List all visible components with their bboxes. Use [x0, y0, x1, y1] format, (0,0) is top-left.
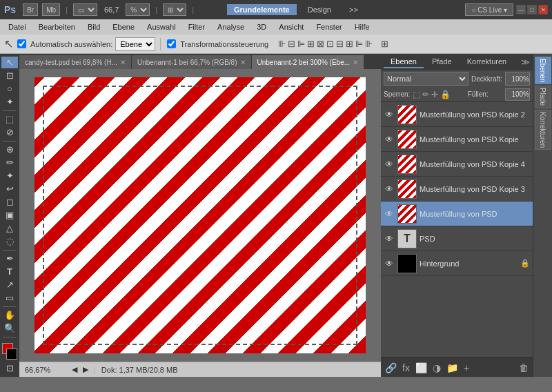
align-icon-8[interactable]: ⊞: [346, 39, 353, 49]
panel-tab-korrekturen[interactable]: Korrekturen: [460, 56, 513, 68]
view-dropdown[interactable]: ⊞: [163, 3, 186, 16]
tool-lasso[interactable]: ○: [1, 83, 18, 95]
far-right-korrekturen[interactable]: Korrekturen: [535, 110, 551, 150]
status-arrow-left[interactable]: ◀: [72, 365, 77, 374]
layer-visibility-toggle[interactable]: 👁: [384, 135, 395, 144]
layer-item[interactable]: 👁 Musterfüllung von PSD Kopie 4: [381, 152, 533, 177]
layer-delete-btn[interactable]: 🗑: [518, 361, 530, 375]
align-icon-9[interactable]: ⊫: [355, 39, 363, 49]
tab-unbenannt2[interactable]: Unbenannt-2 bei 300% (Ebe... ✕: [252, 55, 365, 69]
background-color[interactable]: [6, 349, 17, 360]
auto-select-checkbox[interactable]: [17, 39, 26, 48]
far-right-ebenen[interactable]: Ebenen: [535, 57, 551, 84]
lock-all-icon[interactable]: 🔒: [440, 90, 451, 99]
workspace-grundelemente[interactable]: Grundelemente: [227, 4, 297, 15]
layer-mask-btn[interactable]: ⬜: [414, 361, 428, 375]
tool-path-select[interactable]: ↗: [1, 279, 18, 291]
tool-gradient[interactable]: ▣: [1, 209, 18, 221]
tool-blur[interactable]: △: [1, 222, 18, 234]
layer-visibility-toggle[interactable]: 👁: [384, 234, 395, 244]
tool-marquee[interactable]: ⊡: [1, 70, 18, 81]
menu-ansicht[interactable]: Ansicht: [273, 21, 309, 32]
layer-fx-btn[interactable]: fx: [401, 361, 411, 375]
layer-group-btn[interactable]: 📁: [445, 361, 460, 375]
layer-link-btn[interactable]: 🔗: [384, 361, 398, 375]
tool-eraser[interactable]: ◻: [1, 196, 18, 208]
tool-brush[interactable]: ✏: [1, 157, 18, 168]
fill-input[interactable]: [505, 88, 530, 101]
tab-close-unbenannt1[interactable]: ✕: [240, 59, 246, 66]
tool-shape[interactable]: ▭: [1, 292, 18, 304]
tab-candy-test[interactable]: candy-test.psd bei 69,8% (H... ✕: [19, 55, 132, 69]
lock-image-icon[interactable]: ✏: [422, 90, 429, 99]
lock-position-icon[interactable]: ✛: [431, 90, 438, 99]
cslive-button[interactable]: ○ CS Live ▾: [465, 3, 513, 16]
menu-3d[interactable]: 3D: [251, 21, 272, 32]
tool-screenmode[interactable]: ⊡: [1, 362, 18, 374]
layer-new-btn[interactable]: +: [462, 361, 471, 375]
tool-healing[interactable]: ⊕: [1, 144, 18, 155]
align-icon-2[interactable]: ⊟: [288, 39, 295, 49]
menu-hilfe[interactable]: Hilfe: [349, 21, 375, 32]
tool-hand[interactable]: ✋: [1, 309, 18, 321]
align-icon-5[interactable]: ⊠: [317, 39, 324, 49]
layer-item[interactable]: 👁 Musterfüllung von PSD Kopie 2: [381, 102, 533, 127]
lock-transparent-icon[interactable]: ⬚: [413, 90, 420, 99]
menu-bearbeiten[interactable]: Bearbeiten: [33, 21, 81, 32]
workspace-design[interactable]: Design: [301, 4, 338, 15]
blend-mode-select[interactable]: Normal: [384, 72, 469, 86]
align-icon-6[interactable]: ⊡: [326, 39, 334, 49]
distribute-icon[interactable]: ⊞: [381, 39, 388, 49]
menu-ebene[interactable]: Ebene: [107, 21, 140, 32]
tool-crop[interactable]: ⬚: [1, 113, 18, 125]
tool-zoom[interactable]: 🔍: [1, 322, 18, 334]
layer-visibility-toggle[interactable]: 👁: [384, 209, 395, 219]
tool-select[interactable]: ↖: [1, 57, 18, 68]
panel-tab-ebenen[interactable]: Ebenen: [384, 56, 424, 68]
auto-select-dropdown[interactable]: Ebene: [115, 37, 155, 51]
tab-close-unbenannt2[interactable]: ✕: [353, 59, 358, 66]
workspace-more[interactable]: >>: [342, 4, 365, 15]
tab-unbenannt1[interactable]: Unbenannt-1 bei 66,7% (RGB/8) ✕: [132, 55, 252, 69]
menu-analyse[interactable]: Analyse: [212, 21, 250, 32]
maximize-button[interactable]: □: [527, 5, 537, 14]
layout-dropdown[interactable]: ▭: [73, 3, 97, 16]
panel-tab-pfade[interactable]: Pfade: [425, 56, 459, 68]
menu-fenster[interactable]: Fenster: [310, 21, 347, 32]
tab-close-candy[interactable]: ✕: [120, 59, 126, 66]
tool-history[interactable]: ↩: [1, 183, 18, 195]
zoom-dropdown[interactable]: %: [126, 3, 150, 16]
layer-visibility-toggle[interactable]: 👁: [384, 110, 395, 119]
menu-filter[interactable]: Filter: [183, 21, 210, 32]
tool-pen[interactable]: ✒: [1, 253, 18, 264]
layer-adjustment-btn[interactable]: ◑: [431, 361, 442, 375]
layer-item[interactable]: 👁 Musterfüllung von PSD Kopie 3: [381, 177, 533, 202]
align-icon-7[interactable]: ⊟: [336, 39, 344, 49]
opacity-input[interactable]: [505, 72, 530, 86]
align-icon-10[interactable]: ⊪: [365, 39, 373, 49]
tool-magic-wand[interactable]: ✦: [1, 96, 18, 108]
menu-auswahl[interactable]: Auswahl: [141, 21, 181, 32]
bridge-button[interactable]: Br: [23, 3, 38, 16]
tool-text[interactable]: T: [1, 266, 18, 277]
align-icon-1[interactable]: ⊪: [278, 39, 286, 49]
align-icon-4[interactable]: ⊞: [307, 39, 315, 49]
layer-item-selected[interactable]: 👁 Musterfüllung von PSD: [381, 202, 533, 226]
align-icon-3[interactable]: ⊫: [297, 39, 305, 49]
layer-visibility-toggle[interactable]: 👁: [384, 259, 395, 268]
layer-visibility-toggle[interactable]: 👁: [384, 159, 395, 169]
close-button[interactable]: ✕: [538, 5, 548, 14]
layer-item[interactable]: 👁 Hintergrund 🔒: [381, 251, 533, 276]
menu-datei[interactable]: Datei: [3, 21, 32, 32]
menu-bild[interactable]: Bild: [82, 21, 106, 32]
mini-bridge-button[interactable]: Mb: [42, 3, 60, 16]
minimize-button[interactable]: —: [516, 5, 526, 14]
tool-clone[interactable]: ✦: [1, 170, 18, 182]
transform-checkbox[interactable]: [167, 39, 176, 48]
layer-visibility-toggle[interactable]: 👁: [384, 184, 395, 194]
panel-overflow-btn[interactable]: ≫: [521, 57, 530, 67]
layer-item[interactable]: 👁 Musterfüllung von PSD Kopie: [381, 127, 533, 152]
far-right-pfade[interactable]: Pfade: [535, 86, 551, 108]
tool-eyedropper[interactable]: ⊘: [1, 126, 18, 138]
layer-item[interactable]: 👁 T PSD: [381, 226, 533, 251]
